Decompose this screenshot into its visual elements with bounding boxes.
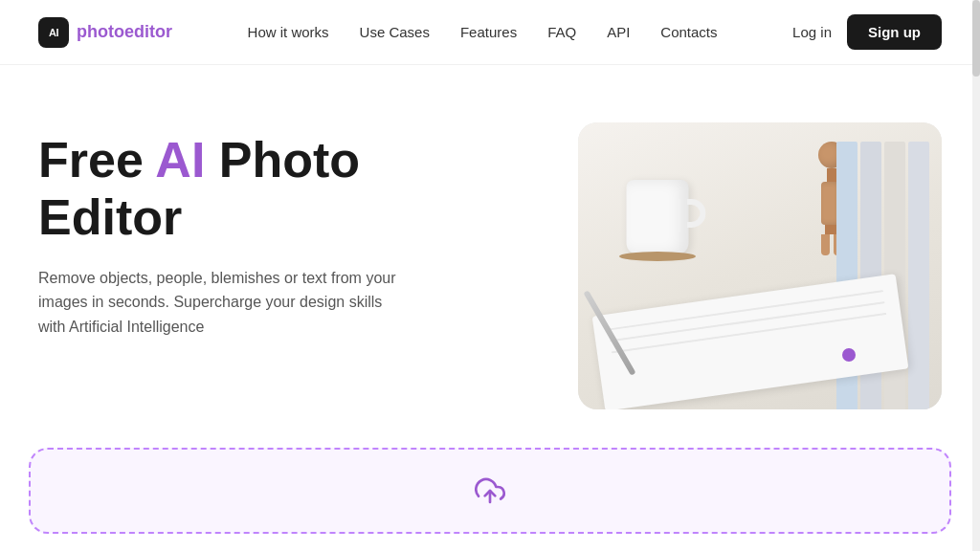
nav-features[interactable]: Features [460, 24, 517, 40]
scrollbar-thumb[interactable] [972, 0, 980, 77]
nav-use-cases[interactable]: Use Cases [360, 24, 430, 40]
figure-neck [827, 168, 836, 182]
login-button[interactable]: Log in [792, 24, 832, 40]
book-4 [908, 142, 929, 409]
purple-dot [842, 348, 856, 362]
logo-icon: AI [38, 17, 69, 48]
hero-title: Free AI Photo Editor [38, 132, 479, 247]
hero-text: Free AI Photo Editor Remove objects, peo… [38, 122, 479, 339]
signup-button[interactable]: Sign up [847, 14, 942, 50]
figure-leg-left [821, 234, 830, 255]
mug-illustration [621, 180, 693, 261]
main-nav: How it works Use Cases Features FAQ API … [248, 24, 718, 40]
nav-how-it-works[interactable]: How it works [248, 24, 329, 40]
scrollbar[interactable] [972, 0, 980, 551]
hero-image [578, 122, 942, 409]
header-actions: Log in Sign up [792, 14, 942, 50]
hero-description: Remove objects, people, blemishes or tex… [38, 266, 402, 340]
main-content: Free AI Photo Editor Remove objects, peo… [0, 122, 980, 409]
header: AI photoeditor How it works Use Cases Fe… [0, 0, 980, 65]
mug-body [626, 180, 688, 254]
nav-api[interactable]: API [607, 24, 630, 40]
nav-faq[interactable]: FAQ [547, 24, 576, 40]
mug-coaster [619, 252, 696, 261]
upload-cloud-icon [475, 475, 505, 506]
hero-scene [578, 122, 942, 409]
logo[interactable]: AI photoeditor [38, 17, 172, 48]
logo-text: photoeditor [77, 22, 172, 42]
nav-contacts[interactable]: Contacts [660, 24, 717, 40]
upload-icon-area [475, 475, 505, 506]
upload-section[interactable] [29, 448, 951, 534]
